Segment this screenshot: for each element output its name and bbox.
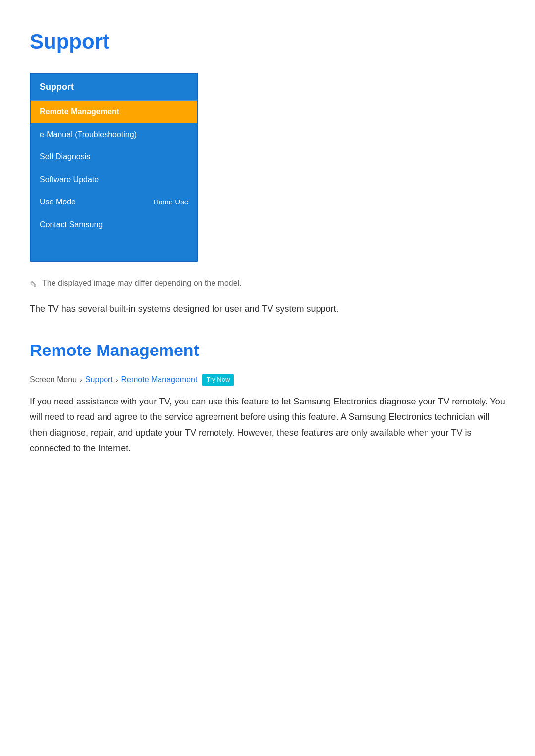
page-title: Support (30, 25, 505, 58)
menu-panel-header: Support (31, 74, 197, 101)
menu-item-use-mode[interactable]: Use Mode Home Use (31, 191, 197, 213)
menu-item-emanual[interactable]: e-Manual (Troubleshooting) (31, 123, 197, 146)
menu-item-software-update[interactable]: Software Update (31, 168, 197, 191)
intro-text: The TV has several built-in systems desi… (30, 302, 505, 317)
support-menu-panel: Support Remote Management e-Manual (Trou… (30, 73, 198, 261)
menu-item-label: Software Update (40, 173, 99, 186)
section-title: Remote Management (30, 337, 505, 363)
menu-item-remote-management[interactable]: Remote Management (31, 101, 197, 123)
menu-item-label: Use Mode (40, 196, 76, 208)
breadcrumb-link-support[interactable]: Support (85, 373, 113, 386)
menu-item-label: Remote Management (40, 105, 119, 118)
menu-item-self-diagnosis[interactable]: Self Diagnosis (31, 146, 197, 168)
breadcrumb-separator-1: › (80, 374, 82, 385)
note-text: The displayed image may differ depending… (42, 277, 242, 290)
menu-item-value: Home Use (153, 196, 188, 208)
menu-item-contact-samsung[interactable]: Contact Samsung (31, 213, 197, 236)
menu-item-label: Contact Samsung (40, 218, 103, 231)
menu-item-label: Self Diagnosis (40, 151, 90, 163)
menu-panel-footer (31, 236, 197, 261)
note-section: ✎ The displayed image may differ dependi… (30, 277, 505, 292)
breadcrumb-start: Screen Menu (30, 373, 77, 386)
breadcrumb-link-remote-management[interactable]: Remote Management (121, 373, 198, 386)
menu-item-label: e-Manual (Troubleshooting) (40, 128, 137, 141)
breadcrumb: Screen Menu › Support › Remote Managemen… (30, 373, 505, 386)
pencil-icon: ✎ (30, 278, 37, 292)
section-description: If you need assistance with your TV, you… (30, 394, 505, 456)
breadcrumb-separator-2: › (116, 374, 118, 385)
try-now-badge[interactable]: Try Now (202, 374, 234, 386)
